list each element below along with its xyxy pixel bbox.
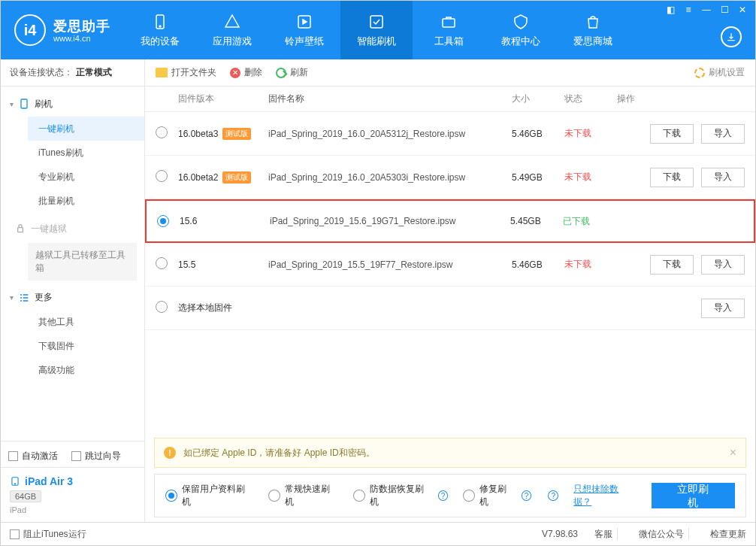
toolbar: 打开文件夹 ✕删除 刷新 刷机设置 (145, 59, 755, 86)
minimize-icon[interactable]: — (698, 4, 715, 16)
firmware-name: iPad_Spring_2019_15.6_19G71_Restore.ipsw (270, 216, 510, 226)
local-firmware-row[interactable]: 选择本地固件导入 (145, 287, 755, 330)
import-button[interactable]: 导入 (701, 255, 745, 275)
option-radio[interactable] (353, 490, 365, 502)
flash-option[interactable]: 防数据恢复刷机? (353, 483, 449, 508)
side-group-1[interactable]: 一键越狱 (1, 216, 144, 241)
nav-3[interactable]: 智能刷机 (340, 1, 413, 59)
auto-activate-check[interactable]: 自动激活 (8, 450, 58, 463)
download-button[interactable]: 下载 (650, 255, 694, 275)
download-button[interactable]: 下载 (650, 168, 694, 187)
customer-service-link[interactable]: 客服 (594, 528, 612, 541)
flash-settings-button[interactable]: 刷机设置 (694, 66, 745, 79)
nav-icon (367, 12, 386, 32)
row-radio[interactable] (156, 170, 168, 182)
local-firmware-label: 选择本地固件 (178, 302, 512, 314)
side-item[interactable]: 下载固件 (28, 335, 144, 359)
flash-option[interactable]: 常规快速刷机 (268, 483, 338, 508)
svg-point-1 (159, 26, 161, 27)
nav-0[interactable]: 我的设备 (124, 1, 196, 59)
nav-icon (295, 12, 314, 32)
app-header: i4 爱思助手 www.i4.cn 我的设备应用游戏铃声壁纸智能刷机工具箱教程中… (1, 1, 755, 59)
flash-option[interactable]: 保留用户资料刷机 (165, 483, 253, 508)
version-label: V7.98.63 (542, 529, 578, 539)
side-group-0[interactable]: ▾刷机 (1, 91, 144, 117)
side-item[interactable]: 高级功能 (28, 359, 144, 383)
import-button[interactable]: 导入 (701, 124, 745, 144)
row-radio[interactable] (156, 257, 168, 269)
gear-icon (694, 68, 705, 78)
option-radio[interactable] (463, 490, 475, 502)
block-itunes-check[interactable]: 阻止iTunes运行 (10, 528, 86, 541)
warning-icon: ! (164, 447, 176, 459)
flash-now-button[interactable]: 立即刷机 (652, 483, 735, 508)
nav-2[interactable]: 铃声壁纸 (268, 1, 340, 59)
firmware-row[interactable]: 16.0beta2测试版iPad_Spring_2019_16.0_20A530… (145, 156, 755, 199)
group-icon (18, 98, 30, 110)
device-type: iPad (10, 505, 135, 514)
check-update-link[interactable]: 检查更新 (710, 528, 746, 541)
folder-icon (156, 68, 168, 77)
side-item[interactable]: 其他工具 (28, 311, 144, 335)
firmware-status: 未下载 (564, 171, 617, 184)
device-name[interactable]: iPad Air 3 (10, 475, 135, 487)
help-icon[interactable]: ? (522, 490, 532, 501)
row-radio[interactable] (156, 301, 168, 313)
footer: 阻止iTunes运行 V7.98.63 客服 微信公众号 检查更新 (1, 522, 755, 545)
open-folder-button[interactable]: 打开文件夹 (156, 66, 216, 79)
erase-only-link[interactable]: 只想抹除数据？ (573, 483, 636, 508)
col-version: 固件版本 (178, 93, 268, 105)
firmware-row[interactable]: 16.0beta3测试版iPad_Spring_2019_16.0_20A531… (145, 112, 755, 156)
sidebar-tree: ▾刷机一键刷机iTunes刷机专业刷机批量刷机一键越狱越狱工具已转移至工具箱▾更… (1, 86, 144, 441)
close-icon[interactable]: ✕ (734, 4, 751, 16)
nav-5[interactable]: 教程中心 (485, 1, 557, 59)
beta-tag: 测试版 (222, 128, 251, 140)
side-item[interactable]: 专业刷机 (28, 165, 144, 189)
alert-close-icon[interactable]: × (730, 446, 736, 460)
nav-1[interactable]: 应用游戏 (196, 1, 268, 59)
chevron-icon: ▾ (10, 293, 14, 302)
svg-rect-3 (370, 16, 383, 28)
firmware-name: iPad_Spring_2019_16.0_20A5303i_Restore.i… (268, 172, 512, 183)
nav-6[interactable]: 爱思商城 (557, 1, 629, 59)
row-radio[interactable] (156, 126, 168, 138)
help-icon[interactable]: ? (438, 490, 449, 501)
group-icon (14, 223, 26, 235)
import-button[interactable]: 导入 (701, 168, 745, 187)
skip-guide-check[interactable]: 跳过向导 (71, 450, 121, 463)
import-button[interactable]: 导入 (701, 299, 745, 318)
nav-icon (583, 12, 603, 32)
app-name: 爱思助手 (53, 17, 110, 35)
option-radio[interactable] (165, 490, 177, 502)
device-capacity: 64GB (10, 490, 41, 502)
wechat-link[interactable]: 微信公众号 (639, 528, 684, 541)
side-item[interactable]: 一键刷机 (28, 117, 144, 141)
menu-icon[interactable]: ≡ (680, 4, 697, 16)
firmware-size: 5.46GB (512, 129, 564, 139)
download-indicator-icon[interactable] (721, 26, 742, 47)
col-status: 状态 (564, 93, 617, 105)
maximize-icon[interactable]: ☐ (716, 4, 733, 16)
chevron-icon: ▾ (10, 100, 14, 108)
device-info: iPad Air 3 64GB iPad (1, 467, 144, 522)
nav-4[interactable]: 工具箱 (413, 1, 485, 59)
firmware-size: 5.46GB (512, 259, 564, 270)
side-item[interactable]: iTunes刷机 (28, 141, 144, 165)
firmware-name: iPad_Spring_2019_16.0_20A5312j_Restore.i… (268, 129, 512, 139)
refresh-button[interactable]: 刷新 (276, 66, 308, 79)
option-radio[interactable] (268, 490, 280, 502)
skin-icon[interactable]: ◧ (662, 4, 679, 16)
side-note: 越狱工具已转移至工具箱 (28, 243, 137, 281)
help-icon[interactable]: ? (548, 490, 558, 501)
row-radio[interactable] (157, 215, 169, 227)
apple-id-alert: ! 如已绑定 Apple ID，请准备好 Apple ID和密码。 × (154, 438, 746, 468)
col-action: 操作 (617, 93, 745, 105)
firmware-row[interactable]: 15.5iPad_Spring_2019_15.5_19F77_Restore.… (145, 243, 755, 287)
side-item[interactable]: 批量刷机 (28, 189, 144, 213)
flash-option[interactable]: 修复刷机? (463, 483, 531, 508)
delete-button[interactable]: ✕删除 (230, 66, 262, 79)
firmware-row[interactable]: 15.6iPad_Spring_2019_15.6_19G71_Restore.… (145, 199, 755, 243)
download-button[interactable]: 下载 (650, 124, 694, 144)
side-group-2[interactable]: ▾更多 (1, 285, 144, 311)
beta-tag: 测试版 (222, 171, 251, 184)
